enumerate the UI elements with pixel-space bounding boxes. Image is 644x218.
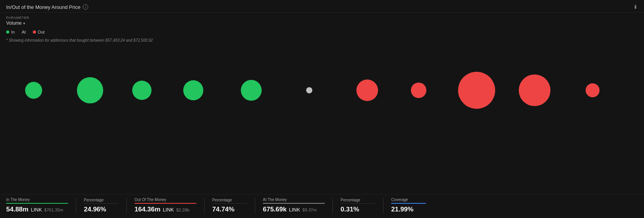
bubble-1 bbox=[25, 82, 42, 99]
bubble-6 bbox=[306, 87, 312, 93]
divider-5 bbox=[332, 198, 333, 213]
top-bar: In/Out of the Money Around Price i ⬇ bbox=[0, 0, 644, 13]
legend-out-label: Out bbox=[38, 30, 45, 34]
bubble-2 bbox=[77, 77, 103, 103]
divider-2 bbox=[126, 198, 127, 213]
in-the-money-value: 54.88m LINK $761.35m bbox=[6, 206, 68, 213]
out-the-money-value: 164.36m LINK $2.28b bbox=[135, 206, 196, 213]
param-label: PARAMETER bbox=[6, 16, 638, 20]
parameter-section: PARAMETER Volume ▾ bbox=[0, 13, 644, 27]
in-the-money-block: In The Money 54.88m LINK $761.35m bbox=[6, 198, 68, 213]
bubble-11 bbox=[586, 83, 600, 97]
divider-4 bbox=[255, 198, 255, 213]
out-the-money-percentage-block: Percentage 74.74% bbox=[212, 198, 247, 213]
divider-3 bbox=[204, 198, 204, 213]
in-the-money-label: In The Money bbox=[6, 198, 68, 204]
bubble-chart bbox=[0, 48, 644, 133]
at-the-money-block: At The Money 675.69k LINK $9.37m bbox=[263, 198, 325, 213]
green-dot-icon bbox=[6, 30, 9, 34]
download-icon[interactable]: ⬇ bbox=[633, 4, 638, 10]
out-the-money-label: Out Of The Money bbox=[135, 198, 196, 204]
in-the-money-percentage: 24.96% bbox=[84, 206, 119, 213]
legend-at: At bbox=[22, 30, 26, 34]
info-icon[interactable]: i bbox=[83, 4, 88, 10]
bubble-5 bbox=[241, 80, 262, 101]
at-the-money-value: 675.69k LINK $9.37m bbox=[263, 206, 325, 213]
bubble-7 bbox=[356, 79, 378, 101]
legend-in: In bbox=[6, 30, 15, 34]
in-the-money-percentage-block: Percentage 24.96% bbox=[84, 198, 119, 213]
page-title: In/Out of the Money Around Price bbox=[6, 4, 80, 10]
red-dot-icon bbox=[33, 30, 36, 34]
coverage-label: Coverage bbox=[391, 198, 426, 204]
bubble-4 bbox=[183, 80, 203, 100]
at-the-money-percentage: 0.31% bbox=[341, 206, 375, 213]
title-area: In/Out of the Money Around Price i bbox=[6, 4, 88, 10]
legend-in-label: In bbox=[11, 30, 15, 34]
bubble-10 bbox=[519, 74, 550, 106]
legend-row: In At Out bbox=[0, 27, 644, 37]
bubble-8 bbox=[411, 83, 426, 98]
out-the-money-percentage: 74.74% bbox=[212, 206, 247, 213]
percentage-label-3: Percentage bbox=[341, 198, 375, 204]
divider-1 bbox=[76, 198, 76, 213]
coverage-value: 21.99% bbox=[391, 206, 426, 213]
bubble-9 bbox=[458, 72, 495, 109]
percentage-label-1: Percentage bbox=[84, 198, 119, 204]
bubble-3 bbox=[132, 81, 152, 100]
chevron-down-icon: ▾ bbox=[23, 21, 25, 25]
percentage-label-2: Percentage bbox=[212, 198, 247, 204]
bottom-stats: In The Money 54.88m LINK $761.35m Percen… bbox=[0, 194, 644, 218]
at-the-money-label: At The Money bbox=[263, 198, 325, 204]
legend-at-label: At bbox=[22, 30, 26, 34]
info-note: * Showing information for addresses that… bbox=[0, 37, 644, 44]
at-the-money-percentage-block: Percentage 0.31% bbox=[341, 198, 375, 213]
out-the-money-block: Out Of The Money 164.36m LINK $2.28b bbox=[135, 198, 196, 213]
legend-out: Out bbox=[33, 30, 45, 34]
coverage-block: Coverage 21.99% bbox=[391, 198, 426, 213]
volume-value: Volume bbox=[6, 20, 22, 26]
volume-dropdown[interactable]: Volume ▾ bbox=[6, 20, 638, 26]
divider-6 bbox=[383, 198, 383, 213]
